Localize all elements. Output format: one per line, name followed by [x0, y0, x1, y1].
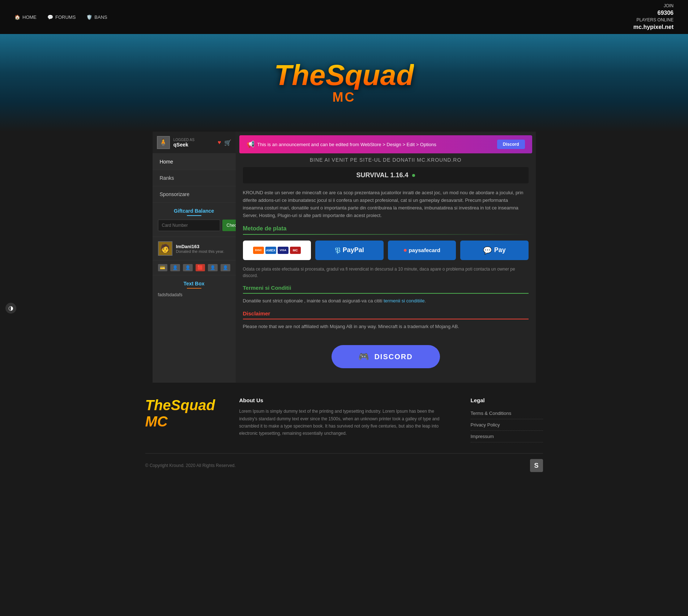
- donor-label: Donated the most this year.: [176, 249, 225, 254]
- announcement-text: 📢 This is an announcement and can be edi…: [247, 140, 436, 148]
- sidebar-icons-row: 💳 👤 👤 🟥 👤 👤: [153, 260, 236, 275]
- card-number-input[interactable]: [158, 220, 220, 231]
- hero-logo-text1: TheSquad: [274, 59, 414, 91]
- sidebar-ranks-label: Ranks: [160, 175, 174, 181]
- online-dot: [412, 174, 415, 177]
- terms-text-after: .: [424, 298, 426, 303]
- nav-home[interactable]: 🏠 HOME: [14, 14, 37, 20]
- home-icon: 🏠: [14, 14, 20, 20]
- terms-link[interactable]: termenii si conditiile: [384, 298, 424, 303]
- giftcard-underline: [187, 215, 201, 216]
- discord-big-button[interactable]: 🎮 DISCORD: [332, 345, 440, 368]
- username: qSeek: [174, 142, 214, 148]
- donor-info: ImDani163 Donated the most this year.: [176, 244, 225, 254]
- card-logos: DISC AMEX VISA MC: [253, 247, 301, 254]
- paypal-icon: 𝕻: [335, 246, 341, 255]
- icon-person4[interactable]: 👤: [221, 264, 230, 271]
- sidebar-user-actions: ♥ 🛒: [218, 139, 231, 146]
- icon-credit-card[interactable]: 💳: [158, 264, 168, 271]
- server-badge: SURVIVAL 1.16.4: [243, 167, 529, 183]
- footer-bottom: © Copyright Kround. 2020 All Rights Rese…: [145, 453, 543, 472]
- footer-about-title: About Us: [239, 397, 449, 403]
- hero-logo-line1: TheSquad: [274, 61, 414, 90]
- players-online-text: JOIN 69306 PLAYERS ONLINE: [633, 3, 674, 22]
- sidebar-item-home[interactable]: Home: [153, 154, 236, 170]
- nav-bans[interactable]: 🛡️ BANS: [86, 14, 107, 20]
- footer-about-text: Lorem Ipsum is simply dummy text of the …: [239, 408, 449, 437]
- textbox-content: fadsfsdadafs: [158, 292, 230, 297]
- textbox-underline: [187, 288, 201, 289]
- server-info: JOIN 69306 PLAYERS ONLINE mc.hypixel.net: [633, 3, 674, 31]
- hero-logo-line2: MC: [274, 90, 414, 105]
- discord-btn-container: 🎮 DISCORD: [243, 338, 529, 375]
- sidebar-item-ranks[interactable]: Ranks: [153, 170, 236, 186]
- disclaimer-divider: [243, 319, 529, 319]
- top-nav: 🏠 HOME 💬 FORUMS 🛡️ BANS JOIN 69306 PLAYE…: [0, 0, 688, 34]
- legal-item-terms[interactable]: Terms & Conditions: [471, 408, 543, 419]
- payment-pay[interactable]: 💬 Pay: [460, 241, 529, 260]
- megaphone-icon: 📢: [247, 140, 255, 148]
- nav-links: 🏠 HOME 💬 FORUMS 🛡️ BANS: [14, 14, 107, 20]
- giftcard-title: Giftcard Balance: [158, 208, 230, 214]
- forums-label: FORUMS: [55, 14, 76, 20]
- announcement-bar: 📢 This is an announcement and can be edi…: [239, 135, 532, 153]
- hero-logo-container: TheSquad MC: [274, 61, 414, 105]
- visa-logo: VISA: [278, 247, 289, 254]
- discover-logo: DISC: [253, 247, 264, 254]
- giftcard-input-row: Check →: [158, 220, 230, 231]
- terms-section: Termeni si Conditii Donatiile sunt stric…: [243, 285, 529, 305]
- server-address: mc.hypixel.net: [633, 23, 674, 31]
- disclaimer-section: Disclaimer Please note that we are not a…: [243, 310, 529, 331]
- icon-person2[interactable]: 👤: [183, 264, 193, 271]
- content-inner: BINE AI VENIT PE SITE-UL DE DONATII MC.K…: [236, 157, 536, 383]
- sidebar-user-block: 🧍 LOGGED AS qSeek ♥ 🛒: [153, 132, 236, 154]
- footer-inner: TheSquadMC About Us Lorem Ipsum is simpl…: [145, 397, 543, 442]
- donor-name: ImDani163: [176, 244, 225, 249]
- payment-paypal[interactable]: 𝕻 PayPal: [315, 241, 384, 260]
- amex-logo: AMEX: [265, 247, 276, 254]
- theme-toggle-button[interactable]: ◑: [5, 303, 16, 314]
- main-container: 🧍 LOGGED AS qSeek ♥ 🛒 Home Ranks Sponsor…: [145, 132, 543, 383]
- legal-item-impressum[interactable]: Impressum: [471, 431, 543, 442]
- footer-logo: TheSquadMC: [145, 397, 218, 430]
- user-action-heart-icon[interactable]: ♥: [218, 139, 221, 146]
- payment-note: Odata ce plata este efectuata si procesa…: [243, 266, 529, 279]
- player-count: 69306: [633, 9, 674, 17]
- logged-as-label: LOGGED AS: [174, 138, 214, 142]
- donor-avatar: 🧑: [158, 241, 172, 256]
- terms-text-before: Donatiile sunt strict optionale , inaint…: [243, 298, 384, 303]
- payment-section-title: Metode de plata: [243, 225, 529, 232]
- paysafe-dot: ●: [403, 246, 407, 254]
- nav-forums[interactable]: 💬 FORUMS: [47, 14, 76, 20]
- paypal-text: PayPal: [343, 246, 364, 254]
- icon-person3[interactable]: 👤: [208, 264, 218, 271]
- copyright-text: © Copyright Kround. 2020 All Rights Rese…: [145, 463, 236, 468]
- mastercard-logo: MC: [290, 247, 301, 254]
- payment-cards[interactable]: DISC AMEX VISA MC: [243, 241, 311, 260]
- icon-red-box[interactable]: 🟥: [196, 264, 205, 271]
- payment-paysafe[interactable]: ● paysafecard: [388, 241, 456, 260]
- icon-person1[interactable]: 👤: [170, 264, 180, 271]
- legal-item-privacy[interactable]: Privacy Policy: [471, 419, 543, 431]
- textbox-title: Text Box: [158, 281, 230, 286]
- avatar: 🧍: [157, 136, 170, 149]
- description-text: KROUND este un server de minecraft ce ar…: [243, 189, 529, 219]
- user-action-cart-icon[interactable]: 🛒: [224, 139, 231, 146]
- privacy-policy-label: Privacy Policy: [471, 422, 500, 428]
- impressum-label: Impressum: [471, 434, 494, 439]
- payment-methods: DISC AMEX VISA MC 𝕻 PayPal ● paysafecard: [243, 241, 529, 260]
- announcement-discord-button[interactable]: Discord: [497, 140, 525, 149]
- welcome-title: BINE AI VENIT PE SITE-UL DE DONATII MC.K…: [243, 157, 529, 163]
- discord-logo-icon: 🎮: [358, 352, 370, 362]
- footer: TheSquadMC About Us Lorem Ipsum is simpl…: [0, 383, 688, 479]
- forums-icon: 💬: [47, 14, 53, 20]
- sidebar-user-info: LOGGED AS qSeek: [174, 138, 214, 148]
- footer-legal-title: Legal: [471, 397, 543, 403]
- pay-text: Pay: [494, 246, 506, 254]
- sidebar-textbox: Text Box fadsfsdadafs: [153, 275, 236, 303]
- sidebar-item-sponsorizare[interactable]: Sponsorizare: [153, 186, 236, 203]
- main-content: 📢 This is an announcement and can be edi…: [236, 132, 536, 383]
- announcement-discord-label: Discord: [503, 142, 519, 147]
- hero-banner: TheSquad MC: [0, 34, 688, 132]
- terms-conditions-label: Terms & Conditions: [471, 411, 512, 416]
